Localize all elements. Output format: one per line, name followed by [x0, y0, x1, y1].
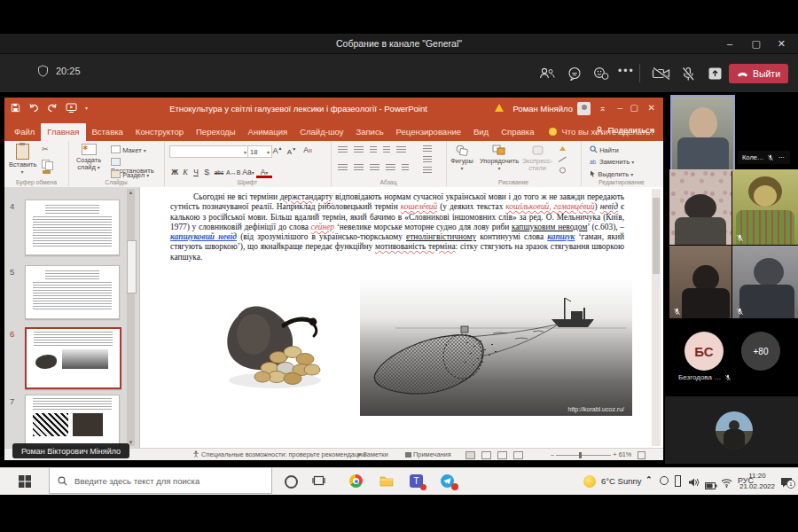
pen-battery-icon[interactable] [675, 475, 689, 489]
font-name-box[interactable]: ▾ [169, 145, 249, 158]
weather-sun-icon[interactable] [583, 475, 596, 488]
leave-button[interactable]: Выйти [729, 64, 788, 83]
justify-icon[interactable] [386, 164, 395, 172]
increase-indent-icon[interactable] [383, 146, 390, 154]
volume-icon[interactable] [688, 475, 702, 489]
decrease-indent-icon[interactable] [370, 146, 377, 154]
video-tile-speaker[interactable] [670, 95, 735, 171]
ribbon-tab-10[interactable]: Справка [495, 123, 540, 141]
ribbon-tab-2[interactable]: Вставка [86, 123, 129, 141]
columns-icon[interactable] [402, 164, 409, 172]
undo-icon[interactable] [28, 103, 39, 113]
telegram-icon[interactable] [441, 474, 455, 489]
shape-effects-icon[interactable] [558, 167, 567, 174]
qat-customize-icon[interactable]: ▾ [85, 105, 88, 111]
task-view-icon[interactable] [312, 474, 326, 489]
wifi-icon[interactable] [721, 475, 735, 489]
scrollbar-thumb[interactable] [127, 240, 137, 293]
account-avatar[interactable] [577, 102, 591, 115]
zoom-in-icon[interactable]: + [613, 450, 616, 458]
zoom-out-icon[interactable]: – [551, 450, 554, 458]
shadow-button[interactable]: S [201, 168, 212, 176]
video-tile-participant-3[interactable] [669, 246, 732, 318]
shape-fill-icon[interactable] [558, 145, 567, 153]
new-slide-button[interactable]: ✱ Создать слайд ▾ [72, 144, 106, 171]
normal-view-icon[interactable] [466, 451, 475, 459]
shape-outline-icon[interactable] [558, 156, 567, 163]
mic-off-icon[interactable] [681, 66, 700, 81]
taskbar-search[interactable]: Введите здесь текст для поиска [49, 468, 272, 494]
strikethrough-button[interactable]: abc [212, 169, 226, 176]
shrink-font-icon[interactable]: А▼ [286, 146, 297, 156]
bullets-icon[interactable] [338, 146, 348, 154]
start-slideshow-icon[interactable] [66, 103, 77, 113]
video-tile-participant-1[interactable] [669, 169, 732, 245]
close-icon[interactable]: ✕ [778, 37, 786, 50]
italic-button[interactable]: К [180, 168, 191, 176]
replace-label-wrap[interactable]: Заменить ▾ [599, 158, 634, 166]
tray-person-icon[interactable] [660, 476, 674, 490]
action-center-icon[interactable]: 1 [780, 475, 793, 486]
smartart-convert-icon[interactable] [423, 167, 432, 174]
share-screen-icon[interactable] [708, 66, 727, 81]
ribbon-tab-0[interactable]: Файл [8, 123, 41, 141]
scroll-up-icon[interactable]: ▲ [127, 189, 135, 196]
account-name[interactable]: Роман Міняйло [512, 104, 573, 113]
format-painter-icon[interactable] [43, 170, 51, 174]
find-button[interactable]: Найти [590, 145, 619, 154]
ribbon-tab-7[interactable]: Запись [349, 123, 389, 141]
line-spacing-icon[interactable] [396, 146, 406, 154]
more-options-icon[interactable]: ••• [618, 66, 638, 81]
slide-thumbnail-preview[interactable] [25, 265, 120, 319]
money-pouch-image[interactable] [216, 288, 332, 395]
minimize-icon[interactable]: – [727, 37, 732, 50]
align-text-icon[interactable] [423, 156, 432, 163]
cut-icon[interactable]: ✂ [42, 145, 49, 153]
notes-button[interactable]: ≡ Заметки [357, 450, 388, 458]
font-size-box[interactable]: 18▾ [247, 145, 272, 158]
share-button[interactable]: Поделиться [595, 125, 654, 135]
slide-thumbnail-preview[interactable] [25, 395, 120, 448]
bold-button[interactable]: Ж [169, 168, 180, 176]
zoom-slider[interactable] [556, 455, 611, 456]
taskbar-clock[interactable]: 11:20 21.02.2022 [739, 471, 775, 492]
ribbon-tab-4[interactable]: Переходы [190, 123, 242, 141]
teams-app-icon[interactable]: T [410, 474, 424, 489]
paste-button[interactable]: Вставить▾ [9, 144, 35, 176]
participant-avatar-initials[interactable]: БС [685, 332, 724, 371]
comments-button[interactable]: Примечания [405, 450, 451, 458]
section-button[interactable]: Раздел ▾ [111, 170, 149, 179]
video-tile-participant-4[interactable] [732, 246, 798, 318]
pp-minimize-icon[interactable]: – [617, 103, 622, 113]
char-spacing-button[interactable]: А↔В [226, 169, 240, 176]
fit-to-window-icon[interactable] [638, 451, 645, 459]
underline-button[interactable]: Ч [191, 168, 201, 176]
cortana-icon[interactable] [284, 474, 298, 489]
thumbnail-scrollbar[interactable]: ▲ ▼ [127, 189, 135, 446]
zoom-knob[interactable] [579, 452, 582, 458]
weather-text[interactable]: 6°C Sunny [601, 476, 642, 486]
video-tile-self[interactable] [665, 396, 798, 464]
redo-icon[interactable] [47, 103, 58, 113]
slide-thumbnail-preview[interactable] [25, 327, 121, 389]
reading-view-icon[interactable] [497, 451, 507, 459]
slide-scrollbar[interactable] [652, 189, 661, 446]
pp-close-icon[interactable]: ✕ [648, 103, 655, 113]
align-right-icon[interactable] [370, 164, 379, 172]
video-tile-participant-2[interactable] [732, 169, 798, 245]
arrange-button[interactable]: Упорядочить▾ [478, 145, 520, 172]
accessibility-status[interactable]: Специальные возможности: проверьте реком… [192, 450, 365, 458]
grow-font-icon[interactable]: А▲ [272, 145, 283, 155]
ribbon-tab-6[interactable]: Слайд-шоу [293, 123, 349, 141]
text-direction-icon[interactable] [423, 145, 432, 153]
font-color-button[interactable]: А▾ [256, 168, 272, 178]
ribbon-tab-8[interactable]: Рецензирование [390, 123, 467, 141]
save-icon[interactable] [11, 103, 20, 113]
participants-icon[interactable] [539, 66, 559, 81]
chat-icon[interactable] [567, 66, 587, 81]
camera-off-icon[interactable] [652, 66, 671, 81]
replace-button[interactable]: ab [590, 158, 596, 166]
maximize-icon[interactable]: ▢ [752, 37, 761, 50]
clear-format-icon[interactable]: А [302, 145, 313, 154]
ribbon-display-options-icon[interactable]: ⌅ [599, 103, 606, 113]
